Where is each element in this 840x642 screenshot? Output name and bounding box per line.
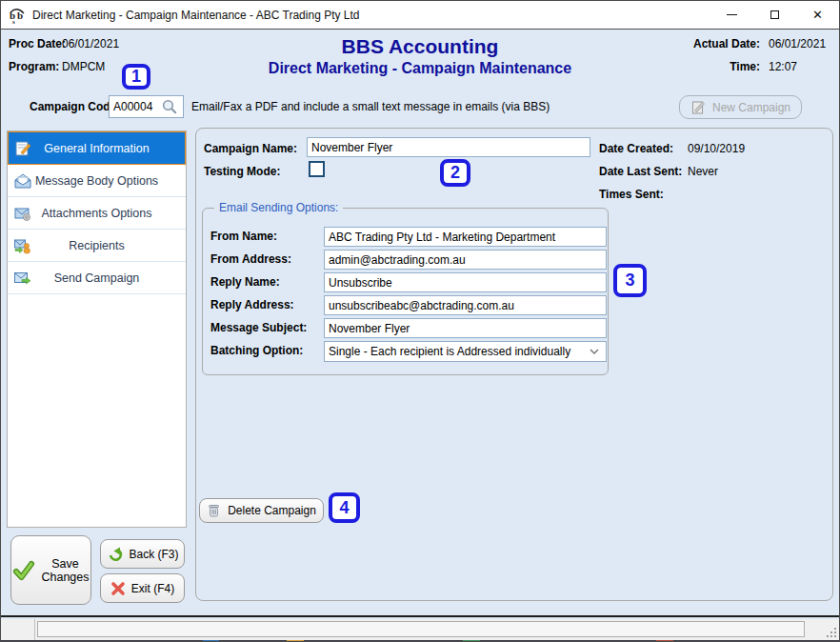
program-label: Program: xyxy=(9,60,59,73)
annotation-3-number: 3 xyxy=(625,271,634,291)
campaign-name-input[interactable] xyxy=(307,137,590,157)
close-icon: ✕ xyxy=(812,9,823,21)
testing-mode-label: Testing Mode: xyxy=(204,165,280,178)
sidebar-item-attachments-options[interactable]: Attachments Options xyxy=(8,197,186,230)
time-label: Time: xyxy=(668,60,760,73)
new-campaign-icon xyxy=(690,100,707,115)
sidebar-item-label: Recipients xyxy=(69,239,124,252)
general-information-icon xyxy=(15,140,32,157)
save-changes-button[interactable]: Save Changes xyxy=(10,535,91,605)
window-title: Direct Marketing - Campaign Maintenance … xyxy=(32,9,360,22)
annotation-2: 2 xyxy=(440,159,470,187)
annotation-1: 1 xyxy=(122,64,150,90)
email-sending-options-legend: Email Sending Options: xyxy=(214,201,343,214)
message-subject-input[interactable] xyxy=(324,318,607,338)
annotation-2-number: 2 xyxy=(450,163,460,183)
delete-campaign-button[interactable]: Delete Campaign xyxy=(199,498,324,523)
svg-text:s: s xyxy=(12,18,15,25)
new-campaign-label: New Campaign xyxy=(712,101,790,114)
sidebar-item-label: Message Body Options xyxy=(35,174,158,188)
trash-icon xyxy=(207,503,222,518)
back-button[interactable]: Back (F3) xyxy=(100,539,185,569)
main-panel: Campaign Name: Date Created: 09/10/2019 … xyxy=(195,128,833,601)
back-arrow-icon xyxy=(106,547,123,562)
new-campaign-button[interactable]: New Campaign xyxy=(679,95,802,119)
maximize-button[interactable] xyxy=(753,1,796,29)
annotation-4: 4 xyxy=(329,492,360,523)
app-title: BBS Accounting xyxy=(230,35,610,58)
exit-button[interactable]: Exit (F4) xyxy=(100,573,185,603)
annotation-3: 3 xyxy=(613,264,647,297)
exit-label: Exit (F4) xyxy=(131,582,174,595)
reply-address-input[interactable] xyxy=(324,295,607,315)
campaign-code-input[interactable] xyxy=(110,100,161,113)
save-changes-label: Save Changes xyxy=(41,557,90,584)
search-icon[interactable] xyxy=(161,98,178,115)
sidebar-item-recipients[interactable]: Recipients xyxy=(8,230,186,262)
time-value: 12:07 xyxy=(769,60,797,73)
chevron-down-icon xyxy=(589,348,600,355)
sidebar-item-send-campaign[interactable]: Send Campaign xyxy=(8,262,186,294)
actual-date-label: Actual Date: xyxy=(668,37,760,50)
from-address-label: From Address: xyxy=(210,252,291,266)
back-label: Back (F3) xyxy=(129,548,178,561)
exit-x-icon xyxy=(110,581,126,596)
date-last-sent-value: Never xyxy=(688,165,718,178)
from-address-input[interactable] xyxy=(324,250,607,270)
svg-text:b: b xyxy=(17,10,23,21)
campaign-description: Email/Fax a PDF and include a small text… xyxy=(191,100,550,113)
status-cell xyxy=(1,619,35,640)
date-last-sent-label: Date Last Sent: xyxy=(599,165,682,178)
proc-date-value: 06/01/2021 xyxy=(62,37,119,50)
program-value: DMPCM xyxy=(62,60,105,73)
send-campaign-icon xyxy=(14,270,31,287)
message-body-icon xyxy=(14,172,31,190)
date-created-label: Date Created: xyxy=(599,142,673,155)
date-created-value: 09/10/2019 xyxy=(688,142,745,155)
reply-name-input[interactable] xyxy=(324,272,607,292)
screen-title: Direct Marketing - Campaign Maintenance xyxy=(182,60,658,77)
actual-date-value: 06/01/2021 xyxy=(769,37,826,50)
resize-grip[interactable] xyxy=(827,628,836,637)
bbs-logo-icon: b b s xyxy=(8,6,27,25)
delete-campaign-label: Delete Campaign xyxy=(228,504,316,517)
status-bar xyxy=(1,619,839,640)
proc-date-label: Proc Date: xyxy=(9,37,66,50)
attachments-icon xyxy=(14,205,31,222)
recipients-icon xyxy=(14,237,31,254)
annotation-1-number: 1 xyxy=(131,67,141,87)
message-subject-label: Message Subject: xyxy=(210,321,307,334)
window-content: Proc Date: 06/01/2021 Program: DMPCM BBS… xyxy=(1,30,839,617)
reply-address-label: Reply Address: xyxy=(210,298,294,311)
batching-option-select[interactable]: Single - Each recipient is Addressed ind… xyxy=(324,341,607,362)
close-button[interactable]: ✕ xyxy=(796,1,839,29)
sidebar-item-label: Attachments Options xyxy=(41,207,151,220)
status-message-area xyxy=(37,621,805,637)
campaign-name-label: Campaign Name: xyxy=(204,142,297,155)
sidebar: General Information Message Body Options… xyxy=(7,130,187,528)
campaign-code-field xyxy=(109,95,184,118)
batching-option-value: Single - Each recipient is Addressed ind… xyxy=(325,345,589,358)
batching-option-label: Batching Option: xyxy=(210,344,303,357)
from-name-label: From Name: xyxy=(210,230,277,243)
sidebar-item-general-information[interactable]: General Information xyxy=(8,131,186,165)
annotation-4-number: 4 xyxy=(339,498,349,518)
from-name-input[interactable] xyxy=(324,227,607,247)
sidebar-item-label: General Information xyxy=(44,142,149,155)
title-bar: b b s Direct Marketing - Campaign Mainte… xyxy=(1,1,839,30)
email-sending-options-group: Email Sending Options: From Name: From A… xyxy=(202,208,609,375)
reply-name-label: Reply Name: xyxy=(210,275,280,289)
sidebar-item-message-body-options[interactable]: Message Body Options xyxy=(8,165,186,197)
campaign-code-label: Campaign Code: xyxy=(30,100,120,113)
testing-mode-checkbox[interactable] xyxy=(309,161,325,177)
times-sent-label: Times Sent: xyxy=(599,188,664,201)
sidebar-item-label: Send Campaign xyxy=(54,271,140,285)
minimize-button[interactable] xyxy=(710,1,753,29)
checkmark-icon xyxy=(12,559,35,582)
window-controls: ✕ xyxy=(710,1,839,29)
app-window: b b s Direct Marketing - Campaign Mainte… xyxy=(0,0,840,642)
minimize-icon xyxy=(727,14,737,15)
maximize-icon xyxy=(770,10,779,19)
